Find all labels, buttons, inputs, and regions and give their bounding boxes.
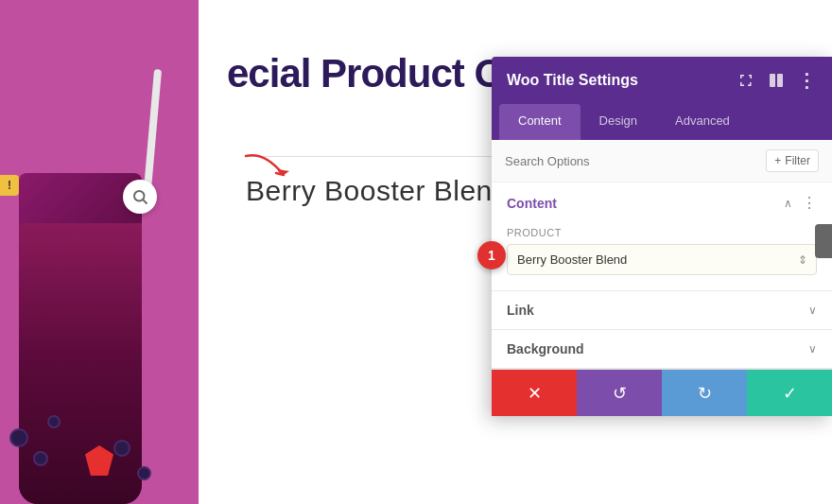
fruit-decoration — [33, 451, 48, 466]
background-section-title: Background — [507, 341, 584, 356]
expand-icon[interactable] — [736, 70, 756, 91]
tab-advanced[interactable]: Advanced — [656, 104, 749, 140]
more-options-icon[interactable]: ⋮ — [796, 70, 817, 91]
svg-line-1 — [143, 200, 147, 203]
panel-body: Content ∧ ⋮ Product Berry Booster Blend … — [492, 182, 832, 369]
arrow-indicator — [236, 147, 312, 198]
filter-label: Filter — [785, 154, 810, 167]
fruit-decoration — [113, 440, 130, 457]
content-section-body: Product Berry Booster Blend ⇕ — [492, 223, 832, 290]
background-chevron-down-icon: ∨ — [808, 342, 817, 356]
link-section-header[interactable]: Link ∨ — [492, 291, 832, 329]
svg-rect-3 — [777, 74, 783, 87]
filter-plus-icon: + — [774, 154, 781, 167]
tab-design[interactable]: Design — [581, 104, 656, 140]
edge-indicator — [815, 224, 832, 258]
cancel-button[interactable]: ✕ — [492, 370, 577, 416]
tab-content[interactable]: Content — [499, 104, 581, 140]
background-section-header[interactable]: Background ∨ — [492, 330, 832, 368]
search-row: + Filter — [492, 140, 832, 182]
filter-button[interactable]: + Filter — [766, 149, 819, 172]
search-input[interactable] — [505, 154, 766, 168]
tab-bar: Content Design Advanced — [492, 104, 832, 140]
content-section-title: Content — [507, 196, 557, 211]
content-chevron-up-icon: ∧ — [784, 197, 792, 210]
confirm-button[interactable]: ✓ — [747, 370, 832, 416]
sale-badge: ! — [0, 175, 19, 196]
content-section-menu-icon[interactable]: ⋮ — [802, 194, 817, 212]
product-field-label: Product — [507, 227, 817, 238]
fruit-decoration — [47, 415, 61, 428]
columns-icon[interactable] — [766, 70, 787, 91]
link-section-title: Link — [507, 303, 534, 318]
left-promo-panel — [0, 0, 199, 504]
settings-panel: Woo Title Settings ⋮ Content Design Adva… — [492, 57, 832, 416]
product-select-wrapper: Berry Booster Blend ⇕ — [507, 244, 817, 275]
undo-button[interactable]: ↺ — [577, 370, 662, 416]
panel-header: Woo Title Settings ⋮ — [492, 57, 832, 104]
smoothie-illustration — [0, 107, 180, 504]
svg-point-0 — [134, 191, 145, 201]
panel-title: Woo Title Settings — [507, 72, 638, 89]
background-section: Background ∨ — [492, 330, 832, 369]
panel-header-icons: ⋮ — [736, 70, 817, 91]
step-badge: 1 — [477, 241, 506, 269]
search-button[interactable] — [123, 180, 157, 214]
redo-button[interactable]: ↻ — [662, 370, 747, 416]
fruit-decoration — [137, 466, 151, 480]
content-section: Content ∧ ⋮ Product Berry Booster Blend … — [492, 182, 832, 291]
fruit-decoration — [9, 428, 28, 447]
product-select[interactable]: Berry Booster Blend — [507, 244, 817, 275]
link-chevron-down-icon: ∨ — [808, 304, 817, 317]
action-bar: ✕ ↺ ↻ ✓ — [492, 369, 832, 416]
content-section-header[interactable]: Content ∧ ⋮ — [492, 182, 832, 223]
link-section: Link ∨ — [492, 291, 832, 330]
svg-rect-2 — [770, 74, 775, 87]
